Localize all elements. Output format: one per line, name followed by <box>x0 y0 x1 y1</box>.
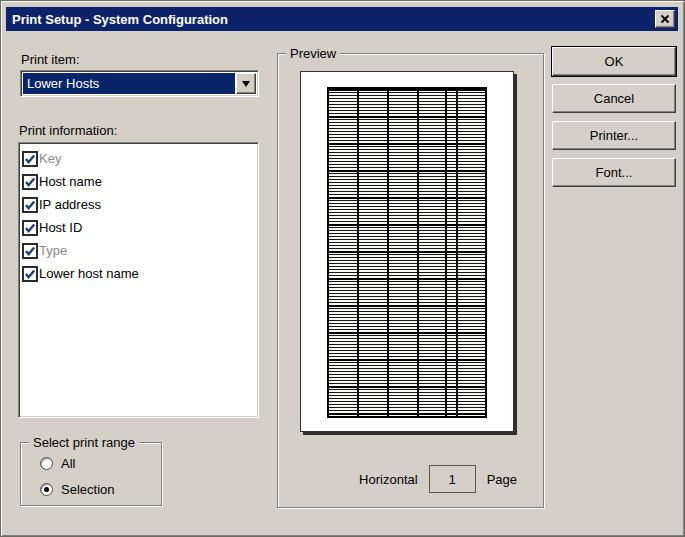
list-item-host-name[interactable]: Host name <box>22 170 256 193</box>
list-item-label: Key <box>39 151 61 166</box>
preview-group-label: Preview <box>286 46 340 61</box>
page-label: Page <box>487 472 517 487</box>
print-information-list: Key Host name IP address Host ID Type Lo… <box>18 142 259 418</box>
combo-dropdown-button[interactable] <box>236 73 256 94</box>
close-icon <box>660 14 670 24</box>
print-range-group-label: Select print range <box>29 435 139 450</box>
checkbox-icon[interactable] <box>22 243 38 259</box>
print-item-label: Print item: <box>21 52 80 67</box>
preview-table-grid <box>327 87 487 418</box>
list-item-host-id[interactable]: Host ID <box>22 216 256 239</box>
print-setup-dialog: Print Setup - System Configuration Print… <box>0 0 685 537</box>
list-item-lower-host-name[interactable]: Lower host name <box>22 262 256 285</box>
checkbox-icon[interactable] <box>22 174 38 190</box>
horizontal-label: Horizontal <box>359 472 418 487</box>
ok-button[interactable]: OK <box>552 47 676 76</box>
radio-selection[interactable]: Selection <box>40 482 114 497</box>
list-item-label: Lower host name <box>39 266 139 281</box>
list-item-ip-address[interactable]: IP address <box>22 193 256 216</box>
print-item-selected-value: Lower Hosts <box>23 73 235 94</box>
horizontal-page-row: Horizontal 1 Page <box>278 464 543 494</box>
print-information-label: Print information: <box>19 123 117 138</box>
list-item-label: Type <box>39 243 67 258</box>
radio-icon[interactable] <box>40 457 53 470</box>
print-range-group: Select print range All Selection <box>20 442 162 506</box>
cancel-button[interactable]: Cancel <box>552 84 676 113</box>
list-item-type[interactable]: Type <box>22 239 256 262</box>
titlebar: Print Setup - System Configuration <box>6 7 678 31</box>
window-title: Print Setup - System Configuration <box>12 12 655 27</box>
list-item-label: IP address <box>39 197 101 212</box>
list-item-label: Host ID <box>39 220 82 235</box>
radio-selection-label: Selection <box>61 482 114 497</box>
close-button[interactable] <box>655 10 675 28</box>
list-item-label: Host name <box>39 174 102 189</box>
chevron-down-icon <box>242 81 250 91</box>
checkbox-icon[interactable] <box>22 220 38 236</box>
checkbox-icon[interactable] <box>22 266 38 282</box>
print-item-select[interactable]: Lower Hosts <box>20 70 259 97</box>
preview-page <box>300 71 514 432</box>
radio-icon[interactable] <box>40 483 53 496</box>
printer-button[interactable]: Printer... <box>552 121 676 150</box>
font-button[interactable]: Font... <box>552 158 676 187</box>
radio-all[interactable]: All <box>40 456 75 471</box>
list-item-key[interactable]: Key <box>22 147 256 170</box>
checkbox-icon[interactable] <box>22 151 38 167</box>
checkbox-icon[interactable] <box>22 197 38 213</box>
preview-group: Preview Horizontal 1 Page <box>277 53 544 508</box>
page-count-field: 1 <box>429 465 476 493</box>
radio-all-label: All <box>61 456 75 471</box>
